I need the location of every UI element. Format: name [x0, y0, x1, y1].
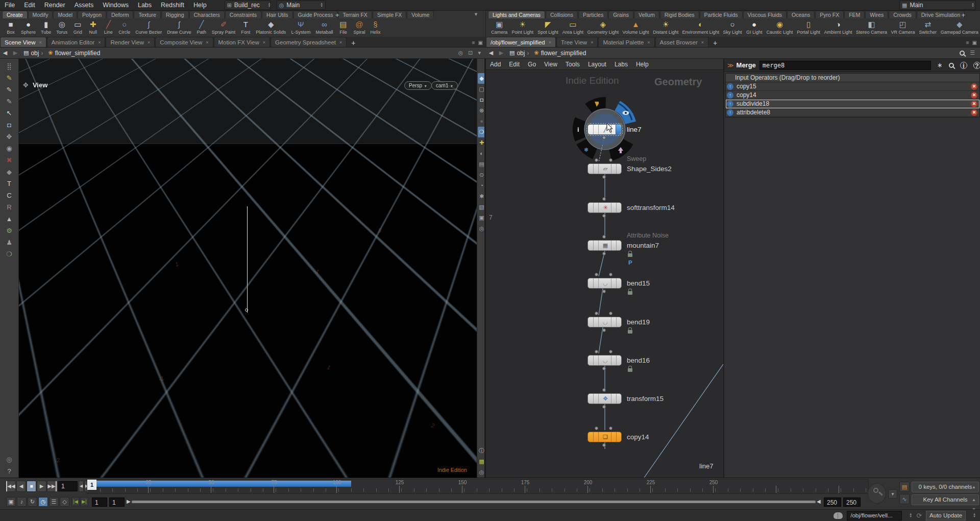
- go-to-end-button[interactable]: ▶▶: [47, 481, 57, 492]
- input-connector[interactable]: [609, 273, 612, 276]
- pane-tab[interactable]: Render View×: [106, 37, 155, 47]
- search-icon[interactable]: [949, 63, 954, 68]
- node-mountain7[interactable]: ▦ Attribute Noise mountain7 P: [587, 240, 723, 251]
- node-bend16[interactable]: ◡ bend16: [587, 355, 723, 366]
- shelf-tab[interactable]: Texture: [134, 11, 160, 18]
- insert-input-icon[interactable]: ↑: [727, 92, 733, 99]
- switcher-tool[interactable]: ⇄Switcher: [917, 18, 939, 37]
- insert-input-icon[interactable]: ↑: [727, 109, 733, 116]
- shelf-tab[interactable]: Oceans: [787, 11, 815, 18]
- material-sphere-icon[interactable]: ❍: [6, 249, 12, 260]
- menu-item[interactable]: Labs: [133, 0, 156, 11]
- realtime-toggle-icon[interactable]: ◷: [38, 497, 48, 507]
- node-transform15[interactable]: ✥ transform15: [587, 393, 723, 404]
- shelf-tab[interactable]: Crowds: [889, 11, 916, 18]
- display-options-icon[interactable]: ☰: [970, 50, 975, 56]
- menu-item[interactable]: Tools: [561, 61, 584, 68]
- output-connector[interactable]: [602, 405, 606, 409]
- shelf-tab[interactable]: Viscous Fluids: [743, 11, 787, 18]
- playback-end-field[interactable]: 250: [824, 498, 841, 507]
- node-shape-sides2[interactable]: ▱ Sweep Shape_Sides2: [587, 163, 723, 174]
- shelf-tab[interactable]: Deform: [107, 11, 133, 18]
- input-connector[interactable]: [595, 273, 598, 276]
- input-connector[interactable]: [609, 427, 612, 430]
- pane-tab[interactable]: Asset Browser×: [655, 37, 708, 47]
- input-operator-row[interactable]: ↑ copy15 ✖: [726, 82, 979, 91]
- metaball-tool[interactable]: ∞Metaball: [313, 18, 335, 37]
- tools-handle-icon[interactable]: ⣿: [7, 61, 12, 73]
- brush-tool-icon[interactable]: ✎: [7, 73, 12, 84]
- construction-plane-icon[interactable]: C: [7, 190, 11, 202]
- pane-menu-icon[interactable]: ≡: [966, 40, 969, 45]
- pane-menu-icon[interactable]: ≡: [472, 40, 475, 45]
- input-operator-row[interactable]: ↑ subdivide18 ✖: [726, 100, 979, 108]
- range-slider[interactable]: [132, 501, 816, 503]
- step-back-button[interactable]: ◀: [79, 481, 84, 492]
- persp-view-button[interactable]: Persp▼: [404, 81, 432, 90]
- tick-display-icon[interactable]: ☰: [49, 497, 59, 507]
- menu-item[interactable]: Render: [40, 0, 70, 11]
- close-icon[interactable]: ×: [39, 40, 42, 45]
- gi-light-tool[interactable]: ●GI Light: [744, 18, 765, 37]
- playhead[interactable]: 1: [87, 480, 96, 490]
- back-icon[interactable]: ◀: [486, 50, 496, 56]
- stop-button[interactable]: ■: [27, 481, 36, 492]
- shelf-tab[interactable]: Vellum: [634, 11, 659, 18]
- spinner-icon[interactable]: ▲▼: [971, 3, 974, 8]
- gamepad-camera-tool[interactable]: ◆Gamepad Camera: [939, 18, 980, 37]
- shelf-tab[interactable]: Lights and Cameras: [488, 11, 545, 18]
- update-mode-selector[interactable]: Auto Update: [926, 511, 966, 520]
- torus-tool[interactable]: ◎Torus: [54, 18, 70, 37]
- next-key-button[interactable]: ▶|: [80, 497, 88, 506]
- grid-tool[interactable]: ▭Grid: [70, 18, 85, 37]
- font-tool[interactable]: TFont: [238, 18, 253, 37]
- keys-info-button[interactable]: 0 keys, 0/0 channels▲: [912, 482, 979, 492]
- input-connector[interactable]: [595, 427, 598, 430]
- current-node-path[interactable]: /obj/flower/vell...: [847, 511, 902, 520]
- breadcrumb-root[interactable]: ▤obj: [509, 50, 525, 57]
- shelf-tab[interactable]: Rigid Bodies: [660, 11, 699, 18]
- null-tool[interactable]: ✚Null: [85, 18, 101, 37]
- shelf-tab[interactable]: Simple FX: [373, 11, 406, 18]
- insert-input-icon[interactable]: ↑: [727, 101, 733, 107]
- range-end-field[interactable]: 250: [843, 498, 861, 507]
- memory-icon[interactable]: [834, 512, 843, 519]
- info-icon[interactable]: i: [960, 62, 967, 69]
- key-dropdown[interactable]: ▼: [888, 489, 897, 499]
- output-connector[interactable]: [602, 214, 606, 218]
- input-connector[interactable]: [595, 158, 598, 162]
- range-slider-left-handle[interactable]: ▶: [127, 499, 131, 504]
- breadcrumb-root[interactable]: ▤obj: [23, 50, 39, 57]
- pane-tab[interactable]: Scene View×: [0, 37, 46, 47]
- close-icon[interactable]: ×: [591, 40, 593, 45]
- shelf-tab[interactable]: Collisions: [546, 11, 578, 18]
- display-flag[interactable]: [616, 125, 621, 134]
- file-tool[interactable]: ▤File: [335, 18, 351, 37]
- sphere-tool[interactable]: ●Sphere: [18, 18, 38, 37]
- pin-icon[interactable]: ◎: [458, 50, 463, 56]
- menu-item[interactable]: Help: [632, 61, 653, 68]
- input-connector[interactable]: [609, 350, 612, 353]
- menu-item[interactable]: Add: [486, 61, 505, 68]
- input-connector[interactable]: [595, 312, 598, 315]
- search-icon[interactable]: [960, 51, 965, 56]
- caustic-light-tool[interactable]: ◉Caustic Light: [765, 18, 795, 37]
- pane-tab[interactable]: Geometry Spreadsheet×: [271, 37, 347, 47]
- rotate-handle-icon[interactable]: ◉: [6, 143, 12, 155]
- point-light-tool[interactable]: ☀Point Light: [510, 18, 536, 37]
- desktop-selector-combo[interactable]: ▦ Main ▲▼: [899, 1, 976, 10]
- secure-selection-icon[interactable]: ◘: [7, 120, 11, 131]
- select-arrow-icon[interactable]: ↖: [7, 108, 12, 120]
- menu-item[interactable]: View: [540, 61, 561, 68]
- timeline-ruler[interactable]: 255075100125150175200225250 1: [87, 479, 869, 494]
- flipbook-icon[interactable]: ↻: [28, 497, 37, 507]
- shelf-tab[interactable]: Constraints: [225, 11, 261, 18]
- render-region-icon[interactable]: R: [7, 202, 11, 214]
- menu-item[interactable]: Layout: [584, 61, 610, 68]
- shelf-tab[interactable]: Hair Utils: [262, 11, 293, 18]
- spinner-icon[interactable]: ▲▼: [268, 3, 271, 8]
- shelf-tab[interactable]: Volume: [407, 11, 434, 18]
- new-pane-tab-button[interactable]: +: [709, 39, 721, 47]
- close-icon[interactable]: ×: [647, 40, 650, 45]
- pane-maximize-icon[interactable]: ▣: [972, 40, 977, 45]
